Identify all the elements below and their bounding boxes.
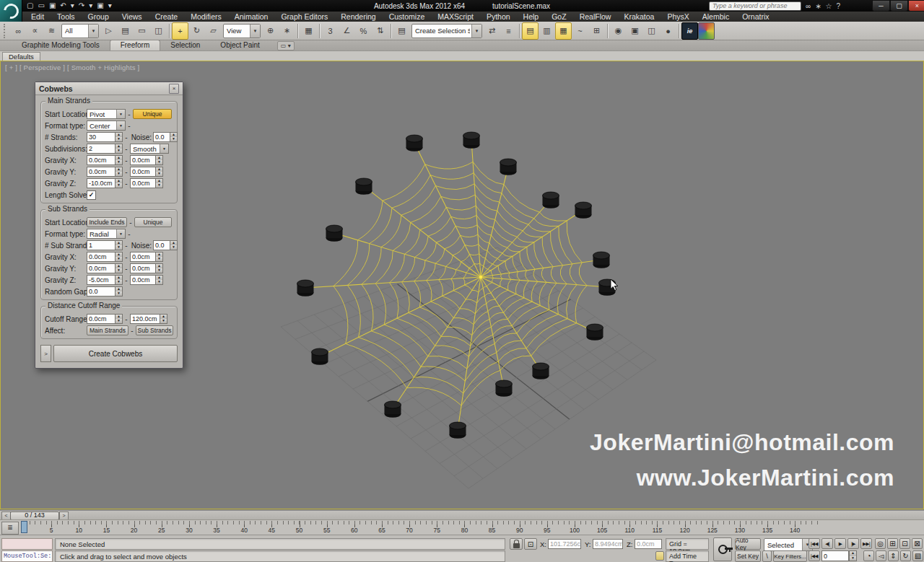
rendered-frame-window-icon[interactable]: ◫ — [643, 22, 660, 40]
play-button[interactable]: ▶ — [834, 538, 846, 549]
y-coordinate-field[interactable]: 8.9494cm — [593, 539, 623, 549]
selection-filter-dropdown[interactable]: All▼ — [61, 24, 99, 38]
main-gravity-y-field-spinner[interactable]: ▲▼ — [115, 167, 123, 177]
main-gravity-y-field[interactable]: 0.0cm▲▼ — [87, 167, 123, 177]
spinner-down-icon[interactable]: ▼ — [116, 172, 122, 176]
select-object-icon[interactable]: ▷ — [100, 22, 117, 40]
key-filters-button[interactable]: Key Filters... — [773, 550, 807, 562]
project-folder-icon[interactable]: ▣ — [96, 1, 104, 11]
save-file-icon[interactable]: ▣ — [48, 1, 56, 11]
length-solver-checkbox[interactable]: ✓ — [87, 190, 96, 200]
menu-modifiers[interactable]: Modifiers — [184, 12, 228, 22]
spinner-down-icon[interactable]: ▼ — [156, 172, 162, 176]
sub-gravity-z-rand-field-value[interactable]: 0.0cm — [130, 275, 155, 285]
menu-goz[interactable]: GoZ — [545, 12, 572, 22]
z-coordinate-field[interactable]: 0.0cm — [635, 539, 662, 549]
cutoff-range-min-field-spinner[interactable]: ▲▼ — [115, 314, 123, 324]
sub-format-type-dropdown[interactable]: Radial▼ — [87, 229, 126, 239]
pan-icon[interactable]: ⇕ — [888, 550, 899, 561]
random-gaps-field[interactable]: 0.0▲▼ — [87, 286, 123, 297]
scene-explorer-icon[interactable]: ▥ — [539, 22, 555, 40]
spinner-down-icon[interactable]: ▼ — [116, 183, 122, 188]
sub-start-location-button[interactable]: Include Ends — [87, 217, 127, 227]
menu-edit[interactable]: Edit — [25, 12, 51, 22]
main-noise-field[interactable]: 0.0▲▼ — [153, 132, 178, 142]
main-gravity-x-field-spinner[interactable]: ▲▼ — [115, 155, 123, 165]
align-icon[interactable]: ≡ — [500, 22, 517, 40]
main-subdivisions-field-value[interactable]: 2 — [87, 144, 115, 154]
render-setup-icon[interactable]: ▣ — [627, 22, 643, 40]
ephere-plugin-icon[interactable]: ie — [681, 22, 698, 40]
scatter-cylinder-object[interactable] — [385, 401, 401, 418]
sub-strands-count-field-spinner[interactable]: ▲▼ — [115, 240, 123, 250]
sub-gravity-x-rand-field[interactable]: 0.0cm▲▼ — [130, 252, 163, 262]
layer-manager-icon[interactable]: ▤ — [522, 22, 539, 40]
new-file-icon[interactable]: ▢ — [26, 1, 34, 11]
communication-center-icon[interactable]: ∗ — [815, 2, 821, 10]
select-and-move-icon[interactable]: + — [172, 22, 188, 40]
material-editor-icon[interactable]: ◉ — [610, 22, 627, 40]
open-file-icon[interactable]: ▭ — [37, 1, 45, 11]
open-mini-curve-editor-button[interactable]: ≣ — [1, 522, 19, 535]
frame-spinner[interactable]: ▲▼ — [849, 550, 857, 561]
menu-group[interactable]: Group — [82, 12, 116, 22]
scatter-cylinder-object[interactable] — [533, 363, 549, 379]
main-format-type-dropdown[interactable]: Center▼ — [87, 120, 126, 131]
main-gravity-x-field-value[interactable]: 0.0cm — [87, 155, 115, 165]
search-input[interactable] — [709, 1, 801, 11]
go-to-end-button[interactable]: ▶▶| — [860, 538, 872, 549]
cutoff-range-min-field[interactable]: 0.0cm▲▼ — [87, 314, 123, 324]
spinner-snap-icon[interactable]: ⇅ — [372, 22, 388, 40]
main-gravity-x-rand-field-value[interactable]: 0.0cm — [130, 155, 155, 165]
sub-strands-count-field-value[interactable]: 1 — [87, 240, 115, 250]
window-crossing-icon[interactable]: ◫ — [150, 22, 167, 40]
spinner-down-icon[interactable]: ▼ — [156, 183, 162, 188]
scatter-cylinder-object[interactable] — [326, 225, 343, 242]
key-mode-toggle-button[interactable]: |◀◀ — [808, 550, 820, 561]
menu-ornatrix[interactable]: Ornatrix — [736, 12, 775, 22]
set-key-button[interactable]: Set Key — [735, 550, 761, 562]
current-frame-field[interactable]: 0 — [821, 550, 849, 561]
affect-sub-strands-button[interactable]: Sub Strands — [136, 325, 173, 335]
select-and-scale-icon[interactable]: ▱ — [205, 22, 222, 40]
unlink-selection-icon[interactable]: ∝ — [27, 22, 43, 40]
main-noise-field-value[interactable]: 0.0 — [153, 132, 170, 142]
time-configuration-icon[interactable]: ◔ — [863, 550, 874, 561]
main-gravity-z-field[interactable]: -10.0cm▲▼ — [87, 178, 123, 188]
main-gravity-y-field-value[interactable]: 0.0cm — [87, 167, 115, 177]
main-strands-count-field[interactable]: 30▲▼ — [87, 132, 123, 142]
main-gravity-z-rand-field-spinner[interactable]: ▲▼ — [155, 178, 163, 188]
ribbon-toggle-icon[interactable]: ▦ — [555, 22, 572, 40]
main-gravity-x-rand-field-spinner[interactable]: ▲▼ — [155, 155, 163, 165]
x-coordinate-field[interactable]: 101.7256c — [548, 539, 581, 549]
cutoff-range-max-field[interactable]: 120.0cm▲▼ — [130, 314, 167, 324]
tab-freeform[interactable]: Freeform — [110, 40, 161, 51]
menu-rendering[interactable]: Rendering — [334, 12, 382, 22]
sub-gravity-x-rand-field-value[interactable]: 0.0cm — [130, 252, 155, 262]
menu-help[interactable]: Help — [517, 12, 546, 22]
sub-unique-button[interactable]: Unique — [134, 217, 172, 227]
spinner-down-icon[interactable]: ▼ — [170, 245, 177, 250]
random-gaps-field-value[interactable]: 0.0 — [87, 286, 115, 297]
help-icon[interactable]: ? — [837, 2, 841, 10]
menu-krakatoa[interactable]: Krakatoa — [617, 12, 661, 22]
menu-maxscript[interactable]: MAXScript — [431, 12, 480, 22]
scatter-cylinder-object[interactable] — [543, 192, 559, 208]
scatter-cylinder-object[interactable] — [356, 178, 372, 195]
sub-gravity-y-rand-field[interactable]: 0.0cm▲▼ — [130, 263, 163, 273]
undo-dropdown-icon[interactable]: ▾ — [70, 1, 75, 11]
menu-tools[interactable]: Tools — [51, 12, 82, 22]
project-dropdown-icon[interactable]: ▾ — [108, 1, 113, 11]
sub-gravity-z-rand-field-spinner[interactable]: ▲▼ — [155, 275, 163, 285]
sub-gravity-y-rand-field-spinner[interactable]: ▲▼ — [155, 263, 163, 273]
undo-icon[interactable]: ↶ — [59, 1, 66, 11]
create-cobwebs-button[interactable]: Create Cobwebs — [53, 345, 178, 362]
add-time-tag[interactable]: Add Time Tag — [666, 550, 709, 562]
current-frame-marker[interactable] — [21, 521, 27, 533]
previous-frame-button[interactable]: ◀| — [821, 538, 833, 549]
rollout-expand-button[interactable]: > — [40, 345, 51, 362]
set-keys-button[interactable] — [713, 537, 732, 561]
zoom-extents-all-icon[interactable]: ⊠ — [912, 538, 923, 549]
menu-views[interactable]: Views — [116, 12, 149, 22]
spinner-down-icon[interactable]: ▼ — [116, 257, 122, 261]
